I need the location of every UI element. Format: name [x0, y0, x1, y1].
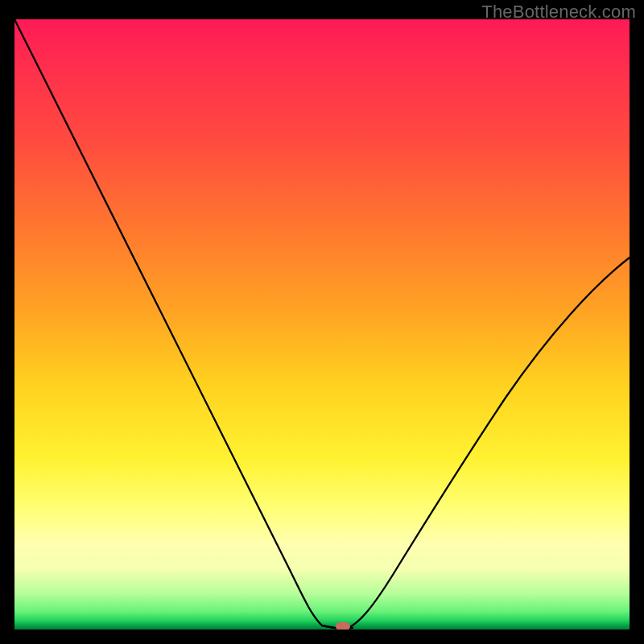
chart-frame: TheBottleneck.com: [0, 0, 644, 644]
watermark-text: TheBottleneck.com: [481, 2, 636, 23]
plot-area: [14, 19, 630, 630]
bottleneck-curve-path-left: [14, 19, 335, 628]
bottleneck-curve-svg: [14, 19, 630, 630]
optimum-marker: [336, 622, 350, 630]
bottleneck-curve-path-right: [349, 258, 630, 628]
